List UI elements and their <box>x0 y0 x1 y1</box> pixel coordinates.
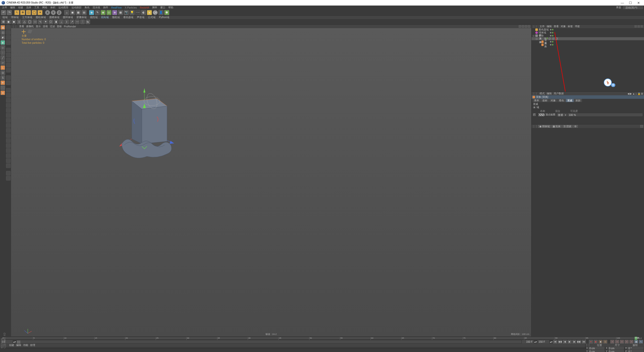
vp-view[interactable]: 查看 <box>19 25 24 28</box>
ft-12[interactable]: ⟂ <box>59 20 64 24</box>
lt2-23[interactable] <box>6 143 11 148</box>
ft-17[interactable]: fx <box>86 20 90 24</box>
tab-cone[interactable]: 圆锥体域 <box>48 16 61 19</box>
lt-edit2[interactable]: ◇ <box>1 45 5 50</box>
lt-edit1[interactable]: ◆ <box>1 40 5 45</box>
minimize-button[interactable]: — <box>618 0 626 5</box>
lt2-11[interactable] <box>6 80 11 85</box>
lt2-14[interactable] <box>6 98 11 103</box>
vp-nav-1[interactable] <box>519 25 521 28</box>
pos-key-button[interactable]: ▫ <box>610 340 614 343</box>
tab-linear[interactable]: 线性域 <box>89 16 99 19</box>
tool-b-button[interactable]: ● <box>147 10 152 15</box>
field-radio[interactable] <box>533 106 536 109</box>
lt2-13[interactable] <box>6 93 11 98</box>
mp-grip[interactable]: ⋮⋮ <box>533 125 538 128</box>
range-mid-stepper[interactable]: ▴▾ <box>534 340 537 343</box>
ft-15[interactable]: 〰 <box>75 20 79 24</box>
bm-tex[interactable]: 纹理 <box>30 343 35 347</box>
obj-backup[interactable]: ⊟ 备份 <box>532 34 644 37</box>
menu-realflow[interactable]: RealFlow <box>110 6 123 9</box>
timeline-ruler[interactable]: 0510152025303540455055606570758085909510… <box>2 337 635 340</box>
ft-14[interactable]: ↗ <box>70 20 74 24</box>
lt2-26[interactable] <box>6 158 11 163</box>
ft-11[interactable]: ▮ <box>54 20 58 24</box>
tab-radial[interactable]: 径向域 <box>100 16 110 19</box>
bm-create[interactable]: 创建 <box>9 343 14 347</box>
menu-plugins[interactable]: 插件 <box>102 6 109 9</box>
attr-tab-object[interactable]: 对象 <box>549 99 557 102</box>
lt-model[interactable]: ▦ <box>1 25 5 30</box>
ft-6[interactable]: ◯ <box>27 20 32 24</box>
ft-1[interactable]: ⊞ <box>1 20 6 24</box>
ft-7[interactable]: ⬭ <box>33 20 37 24</box>
bm-edit[interactable]: 编辑 <box>16 343 21 347</box>
lt2-12[interactable] <box>6 88 11 93</box>
lt-snap[interactable]: ⊡ <box>1 70 5 75</box>
bm-func[interactable]: 功能 <box>23 343 28 347</box>
rotate-button[interactable]: ◯ <box>32 10 37 15</box>
field-enable-checkbox[interactable] <box>533 113 536 116</box>
mp-layer[interactable]: ☰层级 <box>562 125 573 128</box>
generator-button[interactable]: ◎ <box>106 10 111 15</box>
prev-frame-button[interactable]: ◀ <box>563 340 567 343</box>
pla-key-button[interactable]: ▫ <box>629 340 633 343</box>
lt2-2[interactable] <box>6 30 11 35</box>
lt-viewsolo[interactable]: 👁 <box>1 80 5 85</box>
lt2-10[interactable] <box>6 75 11 80</box>
goto-end-button[interactable]: ⏭ <box>582 340 586 343</box>
vp-grip[interactable]: ⋮⋮ <box>12 25 17 28</box>
tab-formula[interactable]: 公式域 <box>146 16 157 19</box>
am-grip[interactable]: ⋮⋮ <box>533 92 538 95</box>
field-swatch[interactable] <box>539 113 545 116</box>
lt2-28[interactable] <box>6 171 11 175</box>
deformer-button[interactable]: ◈ <box>112 10 117 15</box>
lt-workplane[interactable]: ◩ <box>1 35 5 40</box>
lt2-3[interactable] <box>6 35 11 40</box>
lt-polys[interactable]: ▱ <box>1 60 5 65</box>
x-axis-button[interactable]: X <box>45 10 50 15</box>
menu-volume[interactable]: 体积 <box>49 6 56 9</box>
om-filter-icon[interactable] <box>637 25 640 28</box>
light-button[interactable]: 💡 <box>130 10 135 15</box>
tab-sphere[interactable]: 球体域 <box>10 16 20 19</box>
om-tags[interactable]: 标签 <box>568 25 573 28</box>
lt2-22[interactable] <box>6 138 11 143</box>
cube-prim-button[interactable]: ◆ <box>89 10 94 15</box>
lt2-6[interactable] <box>6 53 11 57</box>
menu-redshift[interactable]: Redshift <box>139 6 150 9</box>
om-file[interactable]: 文件 <box>540 25 545 28</box>
vp-filter[interactable]: 过滤 <box>50 25 55 28</box>
am-userdata[interactable]: 用户数据 <box>554 92 564 95</box>
range-end-stepper[interactable]: ▴▾ <box>550 340 552 343</box>
lt-s[interactable]: S <box>1 75 5 80</box>
lt2-8[interactable] <box>6 63 11 67</box>
ft-3[interactable]: ◆ <box>12 20 16 24</box>
ft-16[interactable]: ⋮ <box>80 20 85 24</box>
undo-button[interactable]: ↶ <box>1 10 6 15</box>
lt2-20[interactable] <box>6 128 11 133</box>
lt2-17[interactable] <box>6 113 11 118</box>
tool-a-button[interactable]: ◐ <box>141 10 146 15</box>
tab-python[interactable]: Python域 <box>157 16 171 19</box>
fcurve-btn[interactable]: ∿ <box>639 340 643 343</box>
menu-window[interactable]: 窗口 <box>159 6 166 9</box>
am-nav-new[interactable]: ⊞ <box>641 92 643 95</box>
lt-xray[interactable]: ≋ <box>1 91 5 95</box>
am-nav-home[interactable]: ⌂ <box>635 92 637 95</box>
recent-tool-button[interactable]: ✦ <box>37 10 43 15</box>
tool-d-button[interactable]: 👤 <box>158 10 164 15</box>
range-scrollbar[interactable] <box>17 340 521 343</box>
lt2-1[interactable] <box>6 25 11 30</box>
tool-e-button[interactable]: ⬢ <box>164 10 169 15</box>
timeline-btn[interactable]: ▦ <box>634 340 638 343</box>
tab-sound[interactable]: 声音域 <box>135 16 146 19</box>
menu-file[interactable]: 文件 <box>1 6 8 9</box>
mp-sphere[interactable]: ◉球体域 <box>538 125 551 128</box>
range-start-stepper[interactable]: ▴▾ <box>13 340 16 343</box>
next-key-button[interactable]: ▶▶ <box>577 340 581 343</box>
lt-wire[interactable] <box>1 85 5 90</box>
vp-camera[interactable]: 摄像机 <box>26 25 34 28</box>
coord-sys-button[interactable]: ⌂ <box>64 10 69 15</box>
mp-solid[interactable]: ▦实体 <box>551 125 562 128</box>
